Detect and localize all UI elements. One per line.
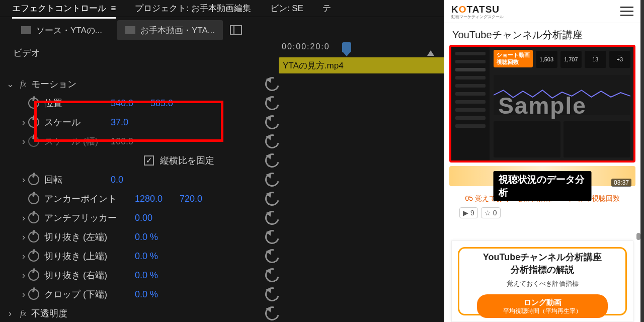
reset-icon[interactable]	[258, 211, 273, 223]
crop-top-row[interactable]: › 切り抜き (上端) 0.0 %	[0, 247, 278, 266]
tab-bin[interactable]: ビン: SE	[270, 3, 303, 14]
panel-layout-icon[interactable]	[230, 25, 242, 35]
anchor-label: アンカーポイント	[44, 193, 129, 205]
reset-icon[interactable]	[258, 153, 273, 166]
crop-bottom-label: クロップ (下端)	[44, 288, 129, 300]
reset-icon[interactable]	[258, 173, 273, 185]
stopwatch-icon[interactable]	[28, 193, 39, 204]
antiflicker-row[interactable]: › アンチフリッカー 0.00	[0, 208, 278, 227]
course-card-button[interactable]: ロング動画 平均視聴時間（平均再生率）	[477, 294, 608, 318]
reset-icon[interactable]	[258, 268, 273, 280]
scale-row[interactable]: › スケール 37.0	[0, 113, 278, 132]
panel-tabs: エフェクトコントロール ≡ プロジェクト: お手本動画編集 ビン: SE テ	[0, 0, 444, 17]
stopwatch-icon[interactable]	[28, 251, 39, 262]
stopwatch-icon[interactable]	[28, 270, 39, 281]
opacity-label: 不透明度	[31, 307, 92, 319]
stopwatch-icon[interactable]	[28, 231, 39, 243]
scale-width-label: スケール (幅)	[44, 135, 105, 147]
stopwatch-icon	[28, 136, 39, 147]
phone-header: KOTATSU 動画マーケティングスクール	[444, 0, 640, 23]
play-icon: ▶	[463, 209, 468, 217]
scroll-indicator[interactable]	[636, 233, 640, 240]
crop-bottom-row[interactable]: › クロップ (下端) 0.0 %	[0, 285, 278, 304]
source-chip-1[interactable]: ソース・YTAの...	[13, 20, 110, 40]
crop-top-value[interactable]: 0.0 %	[135, 251, 158, 262]
stopwatch-icon[interactable]	[28, 174, 39, 185]
course-card-title: YouTubeチャンネル分析講座分析指標の解説	[462, 251, 623, 276]
reset-icon[interactable]	[258, 96, 273, 108]
duration-badge: 03:37	[611, 179, 631, 187]
position-y-value[interactable]: 585.0	[150, 98, 173, 109]
lock-aspect-checkbox[interactable]: ✓	[144, 155, 154, 166]
timecode: 00:00:20:0	[282, 42, 330, 51]
brand-subtitle: 動画マーケティングスクール	[451, 15, 504, 19]
source-chip-2-label: お手本動画・YTA...	[140, 25, 215, 36]
reset-icon[interactable]	[258, 287, 273, 299]
crop-right-value[interactable]: 0.0 %	[135, 270, 158, 281]
star-count-chip[interactable]: ☆ 0	[481, 207, 501, 218]
course-card[interactable]: YouTubeチャンネル分析講座分析指標の解説 覚えておくべき評価指標 ロング動…	[451, 240, 633, 322]
stat-chips: ▶ 9 ☆ 0	[459, 207, 501, 218]
stopwatch-icon[interactable]	[28, 98, 39, 109]
tab-extra[interactable]: テ	[323, 3, 331, 14]
source-chip-2[interactable]: お手本動画・YTA...	[117, 20, 223, 40]
antiflicker-value[interactable]: 0.00	[135, 213, 152, 223]
course-card-sub: 覚えておくべき評価指標	[462, 279, 623, 288]
motion-header-row[interactable]: ⌄ fx モーション	[0, 74, 278, 94]
anchor-x-value[interactable]: 1280.0	[135, 194, 163, 204]
crop-right-row[interactable]: › 切り抜き (右端) 0.0 %	[0, 266, 278, 285]
source-chip-1-label: ソース・YTAの...	[36, 25, 102, 36]
playhead[interactable]	[342, 42, 351, 52]
short-views-badge: ショート動画視聴回数	[494, 50, 533, 67]
scale-value[interactable]: 37.0	[111, 117, 128, 128]
stopwatch-icon[interactable]	[28, 117, 39, 128]
star-icon: ☆	[485, 209, 491, 217]
lock-aspect-row[interactable]: ✓ 縦横比を固定	[0, 151, 278, 170]
expand-icon[interactable]: ⌄	[0, 78, 20, 90]
motion-label: モーション	[31, 78, 92, 90]
opacity-row[interactable]: ›fx 不透明度	[0, 304, 278, 322]
crop-left-row[interactable]: › 切り抜き (左端) 0.0 %	[0, 227, 278, 247]
source-bar: ソース・YTAの... お手本動画・YTA...	[0, 17, 444, 43]
anchor-row[interactable]: アンカーポイント 1280.0 720.0	[0, 189, 278, 208]
rotation-value[interactable]: 0.0	[111, 175, 123, 185]
stopwatch-icon[interactable]	[28, 289, 39, 300]
position-row[interactable]: 位置 540.0 585.0	[0, 94, 278, 113]
scale-width-row: › スケール (幅) 100.0	[0, 132, 278, 151]
position-label: 位置	[44, 97, 105, 109]
sort-triangle-icon[interactable]	[427, 50, 434, 56]
yt-graph	[494, 75, 630, 115]
tab-project[interactable]: プロジェクト: お手本動画編集	[135, 3, 251, 14]
scale-width-value: 100.0	[111, 136, 133, 147]
premiere-panel: エフェクトコントロール ≡ プロジェクト: お手本動画編集 ビン: SE テ ソ…	[0, 0, 444, 322]
reset-icon[interactable]	[258, 230, 273, 242]
reset-icon[interactable]	[258, 77, 273, 89]
position-x-value[interactable]: 540.0	[111, 98, 133, 109]
reset-icon[interactable]	[258, 134, 273, 146]
lock-aspect-label: 縦横比を固定	[160, 154, 220, 167]
crop-bottom-value[interactable]: 0.0 %	[135, 289, 158, 300]
timeline-clip[interactable]: YTAの見方.mp4	[279, 57, 445, 73]
menu-icon[interactable]	[620, 7, 633, 16]
scale-label: スケール	[44, 116, 105, 128]
yt-bottom-cards	[494, 121, 630, 157]
anchor-y-value[interactable]: 720.0	[180, 194, 202, 204]
reset-icon[interactable]	[258, 192, 273, 204]
brand-logo: KOTATSU	[451, 4, 500, 15]
expand-icon[interactable]: ›	[0, 117, 28, 128]
phone-mock: KOTATSU 動画マーケティングスクール YouTubeチャンネル分析講座 シ…	[444, 0, 640, 322]
clip-icon	[125, 26, 135, 34]
yt-stats: —1,503 —1,707 —13 —+3	[536, 51, 630, 68]
rotation-row[interactable]: › 回転 0.0	[0, 170, 278, 189]
reset-icon[interactable]	[258, 115, 273, 127]
video-banner: 視聴状況のデータ分析	[494, 171, 592, 201]
tab-effect-controls[interactable]: エフェクトコントロール ≡	[12, 3, 116, 14]
stopwatch-icon[interactable]	[28, 212, 39, 223]
video-thumbnail[interactable]: ショート動画視聴回数 —1,503 —1,707 —13 —+3 Sample	[449, 45, 635, 163]
crop-left-value[interactable]: 0.0 %	[135, 232, 158, 243]
reset-icon[interactable]	[258, 249, 273, 261]
clip-icon	[21, 26, 31, 34]
yt-sidebar	[451, 47, 490, 160]
reset-icon[interactable]	[258, 306, 273, 318]
play-count-chip[interactable]: ▶ 9	[459, 207, 478, 218]
